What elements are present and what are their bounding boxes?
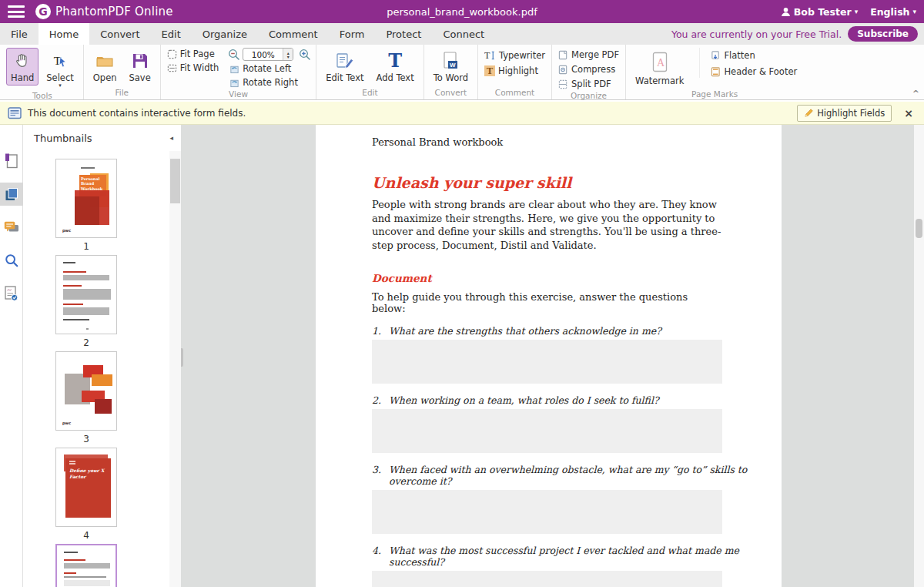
watermark-icon: A <box>651 51 668 74</box>
tab-connect[interactable]: Connect <box>432 23 495 45</box>
question-1-text: What are the strengths that others ackno… <box>389 325 661 337</box>
header-footer-button[interactable]: Header & Footer <box>709 65 798 78</box>
tab-organize[interactable]: Organize <box>192 23 258 45</box>
form-field-answer-2[interactable] <box>372 409 722 453</box>
thumbnail-page-4-image[interactable]: Define your X Factor <box>55 448 117 527</box>
question-4-block: 4.What was the most successful project I… <box>372 545 780 587</box>
page-heading: Unleash your super skill <box>372 174 724 191</box>
rotate-right-button[interactable]: Rotate Right <box>228 76 311 89</box>
user-menu[interactable]: Bob Tester ▾ <box>781 6 858 18</box>
group-tools: Hand T Select ▾ Tools <box>2 45 84 99</box>
header-footer-icon <box>711 67 721 77</box>
hamburger-menu-icon[interactable] <box>8 5 25 18</box>
thumbnail-page-1-image[interactable]: Personal Brand Workbook pwc <box>55 159 117 238</box>
fit-width-button[interactable]: Fit Width <box>166 62 221 74</box>
highlight-button[interactable]: T Highlight <box>483 65 547 77</box>
tab-form[interactable]: Form <box>329 23 376 45</box>
page-header-text: Personal Brand workbook <box>372 136 724 148</box>
flatten-button[interactable]: Flatten <box>709 49 798 62</box>
save-button[interactable]: Save <box>125 48 156 86</box>
rotate-left-button[interactable]: Rotate Left <box>228 62 311 75</box>
to-word-button[interactable]: W To Word <box>429 48 473 86</box>
thumbnail-page-5-image[interactable] <box>55 544 117 587</box>
thumbnails-panel-button[interactable] <box>0 183 23 206</box>
add-text-button[interactable]: T Add Text <box>371 48 418 86</box>
rotate-left-icon <box>229 64 239 74</box>
zoom-stepper[interactable]: ▴▾ <box>283 49 293 60</box>
split-pdf-button[interactable]: Split PDF <box>557 78 621 90</box>
form-field-answer-4[interactable] <box>372 571 722 587</box>
signature-icon <box>4 286 18 301</box>
panel-collapse-icon[interactable]: ◂ <box>169 134 173 142</box>
form-fields-notification-bar: This document contains interactive form … <box>0 102 924 125</box>
thumbnail-page-3-number: 3 <box>55 431 117 448</box>
subscribe-button[interactable]: Subscribe <box>848 26 918 42</box>
select-dropdown-caret-icon[interactable]: ▾ <box>59 83 62 88</box>
thumbnails-scrollbar-thumb[interactable] <box>170 159 180 203</box>
hand-icon <box>14 51 31 71</box>
bookmarks-panel-button[interactable] <box>0 149 23 173</box>
highlight-icon: T <box>484 65 495 76</box>
thumbnails-scrollbar[interactable] <box>169 151 181 587</box>
ribbon-collapse-chevron-icon[interactable]: ^ <box>912 90 919 98</box>
form-field-answer-3[interactable] <box>372 490 722 534</box>
fit-page-button[interactable]: Fit Page <box>166 48 221 60</box>
typewriter-button[interactable]: T Typewriter <box>483 49 547 62</box>
comments-icon <box>4 221 19 234</box>
thumbnail-page-3-image[interactable]: pwc <box>55 351 117 431</box>
select-tool-button[interactable]: T Select ▾ <box>42 48 78 90</box>
thumbnails-panel-title: Thumbnails <box>34 132 92 144</box>
flatten-icon <box>711 51 721 61</box>
group-convert: W To Word Convert <box>424 45 478 99</box>
bookmark-icon <box>5 153 18 169</box>
zoom-in-icon[interactable] <box>299 49 311 61</box>
thumbnails-panel: Thumbnails ◂ Personal Brand Workbook pwc… <box>23 125 181 587</box>
watermark-button[interactable]: A Watermark <box>631 48 688 89</box>
compress-button[interactable]: Compress <box>557 63 621 75</box>
app-name: PhantomPDF Online <box>55 5 173 18</box>
edit-text-button[interactable]: Edit Text <box>321 48 368 86</box>
to-word-icon: W <box>442 51 459 71</box>
edit-text-icon <box>336 51 354 71</box>
merge-pdf-button[interactable]: Merge PDF <box>557 49 621 61</box>
foxit-logo-icon: G <box>35 4 51 19</box>
tab-file[interactable]: File <box>0 23 38 45</box>
highlight-fields-button[interactable]: Highlight Fields <box>797 105 892 122</box>
language-label: English <box>870 6 909 18</box>
thumbnail-page-1: Personal Brand Workbook pwc 1 <box>55 159 117 255</box>
zoom-out-icon[interactable] <box>228 49 240 61</box>
group-label-page-marks: Page Marks <box>631 89 798 101</box>
document-scrollbar[interactable] <box>914 125 924 587</box>
zoom-level-value: 100% <box>243 49 283 60</box>
search-panel-button[interactable] <box>0 249 23 272</box>
thumbnail-page-4: Define your X Factor 4 <box>55 448 117 544</box>
group-edit: Edit Text T Add Text Edit <box>316 45 424 99</box>
typewriter-icon: T <box>484 50 496 61</box>
document-scrollbar-thumb[interactable] <box>916 219 922 238</box>
menu-bar: File Home Convert Edit Organize Comment … <box>0 23 924 45</box>
tab-edit[interactable]: Edit <box>151 23 192 45</box>
group-page-marks: A Watermark Flatten Header & Footer Page… <box>626 45 803 99</box>
zoom-level-select[interactable]: 100% ▴▾ <box>243 48 293 61</box>
navigation-icon-strip <box>0 125 23 587</box>
split-pdf-icon <box>558 79 568 89</box>
svg-text:A: A <box>657 57 665 69</box>
tab-home[interactable]: Home <box>38 23 89 45</box>
panel-resize-grip[interactable] <box>181 348 183 367</box>
question-4-text: What was the most successful project I e… <box>389 545 780 568</box>
tab-protect[interactable]: Protect <box>375 23 432 45</box>
signature-panel-button[interactable] <box>0 282 23 305</box>
rotate-right-icon <box>229 78 239 88</box>
close-icon[interactable]: × <box>901 107 916 119</box>
thumbnail-page-2-image[interactable] <box>55 255 117 334</box>
tab-comment[interactable]: Comment <box>258 23 329 45</box>
open-button[interactable]: Open <box>89 48 122 86</box>
pdf-page: Personal Brand workbook Unleash your sup… <box>316 125 782 587</box>
comments-panel-button[interactable] <box>0 216 23 239</box>
language-menu[interactable]: English ▾ <box>870 6 916 18</box>
tab-convert[interactable]: Convert <box>89 23 150 45</box>
thumbnails-icon <box>5 187 18 201</box>
hand-tool-button[interactable]: Hand <box>6 48 38 86</box>
thumbnail-page-3: pwc 3 <box>55 351 117 448</box>
form-field-answer-1[interactable] <box>372 340 722 384</box>
